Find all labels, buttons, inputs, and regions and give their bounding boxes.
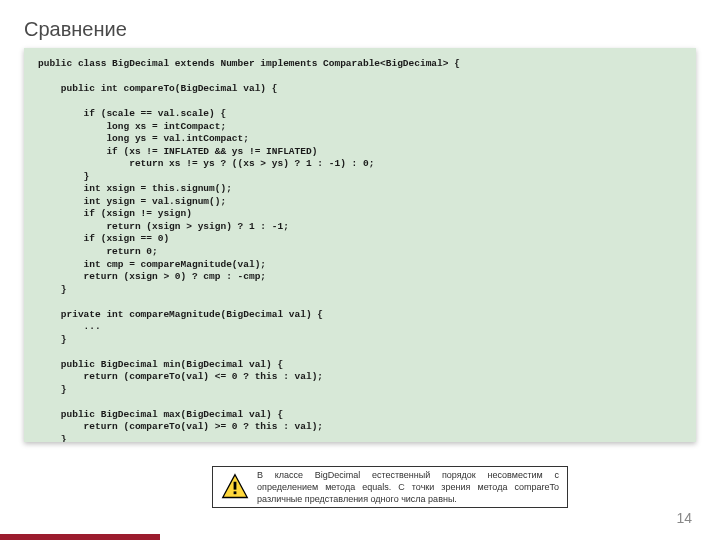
warning-text: В классе BigDecimal естественный порядок… (257, 469, 559, 505)
accent-bar (0, 534, 160, 540)
code-block: public class BigDecimal extends Number i… (24, 48, 696, 442)
slide-title: Сравнение (24, 18, 127, 41)
svg-rect-1 (234, 482, 237, 490)
svg-rect-2 (234, 491, 237, 494)
slide: Сравнение public class BigDecimal extend… (0, 0, 720, 540)
warning-icon (221, 473, 249, 501)
page-number: 14 (676, 510, 692, 526)
warning-note: В классе BigDecimal естественный порядок… (212, 466, 568, 508)
